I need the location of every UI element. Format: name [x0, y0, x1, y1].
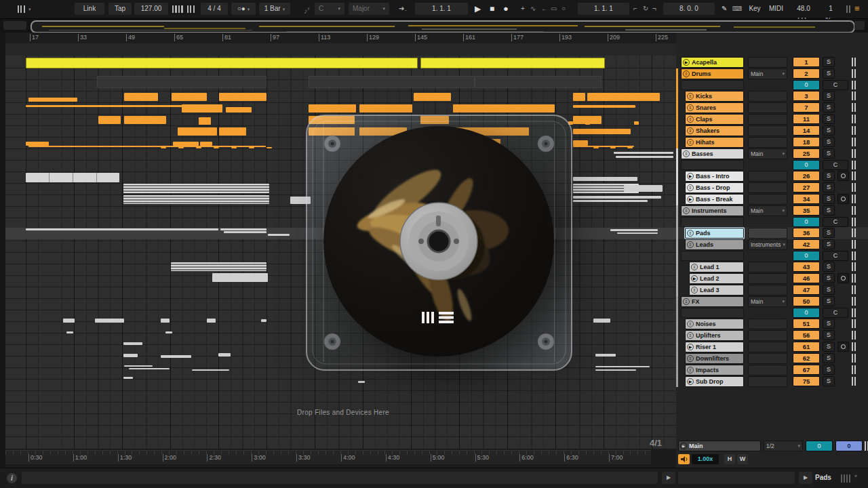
track-header-hihats[interactable]: ≡Hihats — [685, 137, 744, 148]
solo-button[interactable]: S — [823, 91, 835, 101]
track-header-bass-break[interactable]: ▶Bass - Break — [685, 194, 744, 205]
arrangement-clip[interactable] — [161, 355, 191, 358]
track-header-sub-drop[interactable]: ▶Sub Drop — [685, 376, 744, 387]
solo-button[interactable]: S — [823, 365, 835, 375]
arrangement-clip[interactable] — [573, 200, 648, 202]
track-input-box[interactable] — [748, 365, 787, 375]
track-play-icon[interactable]: ▶ — [687, 344, 694, 350]
track-number-box[interactable]: 2 — [793, 68, 820, 79]
arrangement-clip[interactable] — [124, 93, 158, 101]
arrangement-clip[interactable] — [610, 147, 616, 148]
computer-midi-keyboard-icon[interactable]: ⌨ — [732, 3, 742, 15]
track-input-box[interactable] — [748, 330, 787, 341]
main-quantize-menu[interactable]: 1/2▾ — [764, 441, 803, 451]
arrangement-clip[interactable] — [28, 146, 266, 147]
clip-lines-icon[interactable]: ≡ — [687, 321, 694, 327]
main-level[interactable]: 0 — [835, 441, 863, 451]
clip-lines-icon[interactable]: ≡ — [687, 230, 694, 237]
group-cue-value[interactable]: 0 — [793, 160, 820, 170]
arrangement-clip[interactable] — [123, 377, 133, 379]
arrangement-clip[interactable] — [595, 366, 650, 367]
clip-lines-icon[interactable]: ≡ — [687, 184, 694, 191]
clip-lines-icon[interactable]: ≡ — [687, 367, 694, 373]
arrangement-clip[interactable] — [573, 177, 637, 181]
arrangement-clip[interactable] — [573, 140, 588, 146]
midi-map-button[interactable]: MIDI — [765, 3, 787, 15]
arrangement-clip[interactable] — [26, 58, 418, 68]
track-number-box[interactable]: 36 — [793, 228, 820, 238]
status-play-button-left[interactable]: ▶ — [662, 472, 675, 484]
arrangement-clip[interactable] — [475, 76, 601, 88]
track-routing-menu[interactable]: Main▾ — [748, 148, 787, 159]
clip-lines-icon[interactable]: ≡ — [687, 332, 694, 339]
track-number-box[interactable]: 61 — [793, 342, 820, 352]
arrangement-clip[interactable] — [178, 127, 217, 136]
group-input-box[interactable] — [681, 80, 744, 90]
arrangement-clip[interactable] — [453, 104, 555, 113]
group-fold-icon[interactable]: ≡ — [683, 150, 690, 157]
solo-button[interactable]: S — [823, 102, 835, 113]
track-header-lead-2[interactable]: ▶Lead 2 — [689, 273, 744, 284]
track-header-bass-intro[interactable]: ▶Bass - Intro — [685, 171, 744, 182]
solo-button[interactable]: S — [823, 319, 835, 329]
track-input-box[interactable] — [748, 273, 787, 284]
solo-button[interactable]: S — [823, 114, 835, 124]
info-view-icon[interactable]: i — [7, 473, 17, 483]
arrangement-clip[interactable] — [595, 369, 636, 371]
solo-button[interactable]: S — [823, 228, 835, 238]
group-input-box[interactable] — [681, 160, 744, 170]
arrangement-clip[interactable] — [309, 76, 475, 88]
clip-status-badge[interactable] — [837, 273, 849, 283]
track-input-box[interactable] — [748, 353, 787, 364]
arrangement-clip[interactable] — [587, 93, 660, 101]
track-input-box[interactable] — [748, 91, 787, 102]
solo-button[interactable]: S — [823, 194, 835, 204]
track-header-leads[interactable]: ≡Leads — [685, 239, 744, 250]
arrangement-clip[interactable] — [616, 156, 673, 158]
track-header-kicks[interactable]: ≡Kicks — [685, 91, 744, 102]
arrangement-clip[interactable] — [199, 117, 211, 125]
arrangement-clip[interactable] — [218, 353, 231, 357]
arrangement-clip[interactable] — [358, 381, 365, 383]
track-input-box[interactable] — [748, 342, 787, 352]
arrangement-clip[interactable] — [627, 147, 633, 148]
arrangement-clip[interactable] — [28, 98, 77, 102]
crossfade-assign-button[interactable]: C — [823, 80, 848, 90]
track-input-box[interactable] — [748, 182, 787, 193]
arrangement-clip[interactable] — [220, 228, 267, 230]
arrangement-clip[interactable] — [97, 76, 267, 88]
clip-status-badge[interactable] — [837, 342, 849, 352]
main-cue-level[interactable]: 0 — [806, 441, 833, 451]
clip-lines-icon[interactable]: ≡ — [687, 355, 694, 362]
arrangement-clip[interactable] — [573, 93, 585, 101]
track-header-uplifters[interactable]: ≡Uplifters — [685, 330, 744, 341]
track-input-box[interactable] — [748, 137, 787, 148]
status-play-button-right[interactable]: ▶ — [799, 472, 812, 484]
arrangement-clip[interactable] — [261, 319, 267, 322]
arrangement-clip[interactable] — [593, 147, 599, 148]
clip-lines-icon[interactable]: ≡ — [687, 127, 694, 134]
clip-lines-icon[interactable]: ≡ — [687, 139, 694, 146]
clip-status-badge[interactable] — [837, 171, 849, 181]
solo-button[interactable]: S — [823, 285, 835, 295]
track-header-acapella[interactable]: ▶Acapella — [681, 57, 744, 68]
track-input-box[interactable] — [748, 319, 787, 329]
track-number-box[interactable]: 46 — [793, 273, 820, 283]
track-header-fx[interactable]: ≡FX — [681, 296, 744, 307]
meter-dropdown-icon[interactable]: ▾ — [854, 473, 857, 479]
arrangement-clip[interactable] — [219, 127, 246, 136]
arrangement-clip[interactable] — [165, 331, 172, 333]
solo-button[interactable]: S — [823, 330, 835, 340]
track-number-box[interactable]: 14 — [793, 125, 820, 136]
track-number-box[interactable]: 1 — [793, 57, 820, 67]
arrangement-clip[interactable] — [585, 121, 590, 125]
track-play-icon[interactable]: ▶ — [683, 59, 690, 66]
track-number-box[interactable]: 3 — [793, 91, 820, 101]
group-input-box[interactable] — [681, 251, 744, 261]
cpu-load-field[interactable]: 1 %▾ — [819, 3, 842, 15]
arrangement-clip[interactable] — [171, 262, 267, 271]
arrangement-clip[interactable] — [66, 331, 73, 333]
arrangement-clip[interactable] — [172, 93, 207, 101]
solo-button[interactable]: S — [823, 262, 835, 272]
solo-button[interactable]: S — [823, 182, 835, 192]
